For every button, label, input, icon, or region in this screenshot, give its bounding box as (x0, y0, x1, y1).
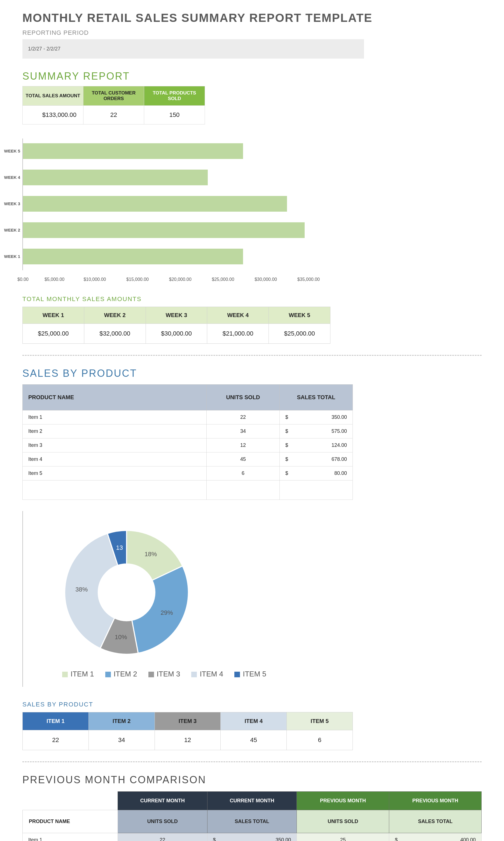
product-total: $575.00 (280, 425, 353, 439)
summary-table: TOTAL SALES AMOUNT TOTAL CUSTOMER ORDERS… (22, 86, 205, 124)
comparison-sub-header: PRODUCT NAME (23, 810, 118, 833)
slice-label: 29% (160, 609, 173, 616)
product-units: 12 (206, 439, 280, 452)
table-row: Item 122$350.0025$400.00 (23, 833, 482, 841)
axis-tick: $35,000.00 (298, 277, 320, 282)
product-total: $350.00 (280, 410, 353, 425)
cmp-name: Item 1 (23, 833, 118, 841)
product-units: 34 (206, 425, 280, 439)
legend-item: ITEM 3 (148, 670, 180, 679)
cmp-prev-total: $400.00 (389, 833, 482, 841)
weekly-value: $25,000.00 (269, 324, 330, 344)
product-share-donut-chart: 18%29%10%38%13 ITEM 1ITEM 2ITEM 3ITEM 4I… (22, 511, 370, 687)
product-name: Item 5 (23, 466, 206, 480)
sbp-header: ITEM 3 (155, 712, 221, 730)
products-col-header: UNITS SOLD (206, 384, 280, 410)
comparison-sub-header: SALES TOTAL (207, 810, 297, 833)
weekly-header: WEEK 5 (269, 307, 330, 324)
sbp-header: ITEM 5 (287, 712, 353, 730)
divider (22, 355, 482, 356)
sbp-value: 22 (23, 730, 89, 750)
bar (23, 196, 287, 212)
weekly-header: WEEK 2 (84, 307, 146, 324)
sales-by-product-units-table: ITEM 1ITEM 2ITEM 3ITEM 4ITEM 5 223412456 (22, 712, 353, 750)
legend-item: ITEM 5 (234, 670, 266, 679)
bar-label: WEEK 1 (0, 254, 20, 259)
legend-item: ITEM 1 (62, 670, 94, 679)
weekly-header: WEEK 3 (146, 307, 207, 324)
axis-tick: $15,000.00 (126, 277, 149, 282)
reporting-period-value: 1/2/27 - 2/2/27 (22, 39, 364, 58)
weekly-value: $30,000.00 (146, 324, 207, 344)
comparison-sub-header: UNITS SOLD (118, 810, 207, 833)
product-name: Item 1 (23, 410, 206, 425)
sbp-value: 12 (155, 730, 221, 750)
products-table: PRODUCT NAME UNITS SOLD SALES TOTAL Item… (22, 384, 353, 500)
axis-tick: $25,000.00 (212, 277, 234, 282)
products-col-header: PRODUCT NAME (23, 384, 206, 410)
bar (23, 248, 243, 264)
comparison-sub-header: UNITS SOLD (297, 810, 389, 833)
axis-tick: $5,000.00 (44, 277, 65, 282)
product-units: 6 (206, 466, 280, 480)
bar-label: WEEK 5 (0, 149, 20, 153)
product-total: $678.00 (280, 452, 353, 466)
weekly-header: WEEK 4 (207, 307, 269, 324)
cmp-prev-units: 25 (297, 833, 389, 841)
sbp-value: 6 (287, 730, 353, 750)
axis-tick: $10,000.00 (84, 277, 106, 282)
weekly-value: $32,000.00 (84, 324, 146, 344)
comparison-top-header: CURRENT MONTH (207, 792, 297, 810)
legend-item: ITEM 4 (191, 670, 223, 679)
product-name: Item 3 (23, 439, 206, 452)
slice-label: 10% (115, 634, 127, 641)
comparison-table: CURRENT MONTH CURRENT MONTH PREVIOUS MON… (22, 791, 482, 841)
axis-tick: $0.00 (17, 277, 29, 282)
sbp-value: 34 (89, 730, 155, 750)
comparison-sub-header: SALES TOTAL (389, 810, 482, 833)
summary-value: $133,000.00 (23, 106, 84, 124)
table-row: Item 234$575.00 (23, 425, 353, 439)
sbp-header: ITEM 1 (23, 712, 89, 730)
sales-by-product-units-heading: SALES BY PRODUCT (22, 701, 482, 708)
bar-label: WEEK 3 (0, 201, 20, 206)
summary-value: 22 (84, 106, 144, 124)
weekly-value: $25,000.00 (23, 324, 84, 344)
table-row: Item 56$80.00 (23, 466, 353, 480)
summary-header: TOTAL PRODUCTS SOLD (144, 86, 205, 106)
slice-label: 38% (75, 586, 88, 593)
slice-label: 18% (144, 551, 157, 558)
slice-label: 13 (116, 544, 123, 551)
page-title: MONTHLY RETAIL SALES SUMMARY REPORT TEMP… (22, 11, 482, 25)
summary-header: TOTAL CUSTOMER ORDERS (84, 86, 144, 106)
product-units: 45 (206, 452, 280, 466)
sbp-value: 45 (221, 730, 287, 750)
product-total: $80.00 (280, 466, 353, 480)
weekly-header: WEEK 1 (23, 307, 84, 324)
bar-label: WEEK 2 (0, 228, 20, 233)
comparison-top-header: CURRENT MONTH (118, 792, 207, 810)
products-col-header: SALES TOTAL (280, 384, 353, 410)
reporting-period-label: REPORTING PERIOD (22, 29, 482, 36)
comparison-top-header: PREVIOUS MONTH (389, 792, 482, 810)
weekly-sales-bar-chart: $0.00$5,000.00$10,000.00$15,000.00$20,00… (22, 138, 331, 270)
table-row: Item 312$124.00 (23, 439, 353, 452)
weekly-table: WEEK 1WEEK 2WEEK 3WEEK 4WEEK 5 $25,000.0… (22, 307, 330, 344)
comparison-heading: PREVIOUS MONTH COMPARISON (22, 774, 482, 786)
bar (23, 222, 305, 238)
axis-tick: $30,000.00 (254, 277, 277, 282)
bar (23, 143, 243, 159)
products-heading: SALES BY PRODUCT (22, 367, 482, 379)
axis-tick: $20,000.00 (169, 277, 192, 282)
summary-value: 150 (144, 106, 205, 124)
cmp-current-units: 22 (118, 833, 207, 841)
weekly-title: TOTAL MONTHLY SALES AMOUNTS (22, 295, 482, 303)
table-row: Item 122$350.00 (23, 410, 353, 425)
comparison-top-header: PREVIOUS MONTH (297, 792, 389, 810)
summary-heading: SUMMARY REPORT (22, 70, 482, 82)
legend-item: ITEM 2 (105, 670, 137, 679)
summary-header: TOTAL SALES AMOUNT (23, 86, 84, 106)
bar-label: WEEK 4 (0, 175, 20, 180)
bar (23, 170, 208, 185)
cmp-current-total: $350.00 (207, 833, 297, 841)
